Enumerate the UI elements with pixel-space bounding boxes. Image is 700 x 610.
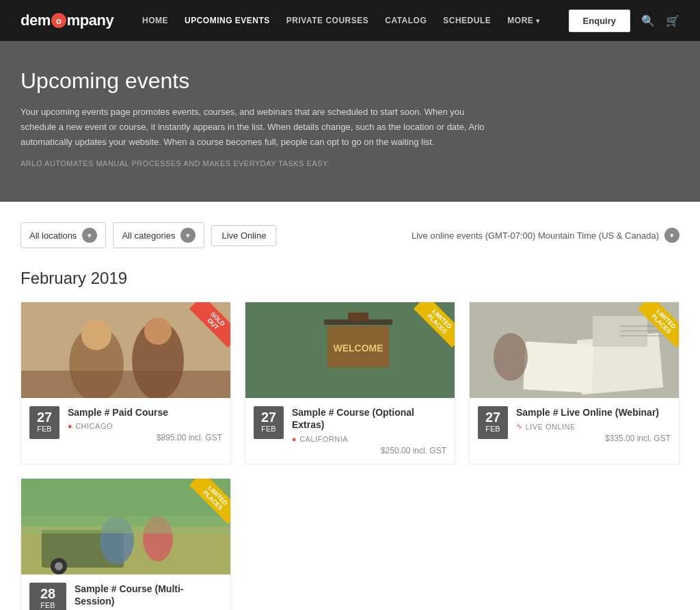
limited-badge: Limited places — [183, 479, 230, 527]
event-title: Sample # Course (Multi-Session) — [75, 583, 222, 607]
sold-out-badge: Sold Out — [183, 302, 230, 350]
event-card-optional-extras[interactable]: WELCOME Limited places 27 FEB Sample # C… — [245, 302, 455, 464]
event-price: $335.00 incl. GST — [516, 434, 671, 443]
locations-filter-label: All locations — [29, 230, 77, 241]
event-card-body: 27 FEB Sample # Paid Course ● CHICAGO $8… — [21, 398, 230, 451]
categories-filter-label: All categories — [122, 230, 175, 241]
event-day: 27 — [35, 410, 54, 424]
location-pin-icon: ● — [68, 422, 72, 430]
event-info: Sample # Course (Optional Extras) ● CALI… — [292, 406, 446, 455]
location-text: LIVE ONLINE — [526, 423, 576, 431]
nav-catalog[interactable]: CATALOG — [385, 16, 427, 25]
event-price: $895.00 incl. GST — [68, 433, 222, 442]
event-title: Sample # Live Online (Webinar) — [516, 406, 671, 419]
event-info: Sample # Live Online (Webinar) ∿ LIVE ON… — [516, 406, 671, 443]
nav-home[interactable]: HOME — [142, 16, 168, 25]
event-info: Sample # Paid Course ● CHICAGO $895.00 i… — [68, 406, 222, 442]
main-nav: HOME UPCOMING EVENTS PRIVATE COURSES CAT… — [142, 16, 540, 25]
timezone-arrow-icon: ▾ — [664, 228, 679, 243]
event-month: FEB — [259, 424, 278, 434]
event-location: ∿ LIVE ONLINE — [516, 422, 671, 431]
event-grid-row1: Sold Out 27 FEB Sample # Paid Course ● C… — [21, 302, 679, 464]
svg-rect-13 — [523, 342, 594, 393]
badge-label: Limited places — [638, 302, 679, 347]
logo-text-mpany: mpany — [67, 12, 113, 29]
site-logo[interactable]: demompany — [21, 12, 113, 29]
search-icon[interactable]: 🔍 — [641, 14, 655, 27]
nav-private-courses[interactable]: PRIVATE COURSES — [286, 16, 368, 25]
svg-rect-10 — [348, 313, 368, 321]
nav-upcoming-events[interactable]: UPCOMING EVENTS — [185, 16, 270, 25]
event-card-paid-course[interactable]: Sold Out 27 FEB Sample # Paid Course ● C… — [21, 302, 231, 464]
location-text: CALIFORNIA — [299, 435, 348, 443]
event-date: 28 FEB - 16 MAR — [29, 583, 66, 610]
locations-filter[interactable]: All locations ▾ — [21, 222, 106, 248]
hero-description: Your upcoming events page promotes event… — [21, 105, 499, 150]
live-online-filter[interactable]: Live Online — [211, 225, 276, 246]
event-month: FEB — [35, 600, 61, 610]
wifi-icon: ∿ — [516, 422, 523, 431]
badge-label: Limited places — [414, 302, 455, 347]
enquiry-button[interactable]: Enquiry — [569, 10, 630, 32]
event-title: Sample # Paid Course — [68, 406, 222, 419]
nav-more[interactable]: MORE ▾ — [507, 16, 540, 25]
filter-bar: All locations ▾ All categories ▾ Live On… — [21, 222, 679, 248]
timezone-filter[interactable]: Live online events (GMT-07:00) Mountain … — [412, 228, 679, 243]
site-header: demompany HOME UPCOMING EVENTS PRIVATE C… — [0, 0, 700, 41]
badge-label: Sold Out — [189, 302, 230, 347]
badge-label: Limited places — [189, 479, 230, 524]
event-card-live-online[interactable]: Limited places 27 FEB Sample # Live Onli… — [469, 302, 679, 464]
event-card-body: 28 FEB - 16 MAR Sample # Course (Multi-S… — [21, 574, 230, 610]
timezone-label: Live online events (GMT-07:00) Mountain … — [412, 230, 659, 241]
event-month: FEB — [35, 424, 54, 434]
limited-badge: Limited places — [631, 302, 679, 350]
categories-filter-arrow-icon: ▾ — [180, 228, 196, 243]
locations-filter-arrow-icon: ▾ — [82, 228, 97, 243]
logo-text-dem: dem — [21, 12, 51, 29]
event-date: 27 FEB — [254, 406, 284, 438]
event-date: 27 FEB — [478, 406, 508, 438]
event-card-body: 27 FEB Sample # Live Online (Webinar) ∿ … — [470, 398, 679, 451]
event-grid-row2: Limited places 28 FEB - 16 MAR Sample # … — [21, 478, 679, 610]
hero-tagline: ARLO AUTOMATES MANUAL PROCESSES AND MAKE… — [21, 159, 679, 168]
event-date: 27 FEB — [29, 406, 59, 438]
event-location: ● CALIFORNIA — [292, 435, 446, 443]
nav-more-label: MORE — [507, 16, 533, 25]
event-info: Sample # Course (Multi-Session) ● CALIFO… — [75, 583, 222, 610]
nav-more-arrow-icon: ▾ — [536, 17, 540, 25]
event-day: 27 — [259, 410, 278, 424]
svg-point-3 — [81, 320, 111, 350]
location-pin-icon: ● — [292, 435, 297, 443]
event-day: 28 — [35, 587, 61, 600]
logo-circle: o — [51, 13, 66, 28]
event-card-body: 27 FEB Sample # Course (Optional Extras)… — [245, 398, 455, 463]
event-card-multi-session[interactable]: Limited places 28 FEB - 16 MAR Sample # … — [21, 478, 231, 610]
location-text: CHICAGO — [75, 422, 113, 430]
svg-point-23 — [55, 562, 63, 570]
svg-point-18 — [494, 333, 528, 381]
event-title: Sample # Course (Optional Extras) — [292, 406, 446, 431]
main-content: All locations ▾ All categories ▾ Live On… — [0, 202, 700, 610]
limited-badge: Limited places — [407, 302, 455, 350]
hero-section: Upcoming events Your upcoming events pag… — [0, 41, 700, 202]
event-month: FEB — [483, 424, 502, 434]
header-right: Enquiry 🔍 🛒 — [569, 10, 679, 32]
categories-filter[interactable]: All categories ▾ — [113, 222, 204, 248]
svg-text:WELCOME: WELCOME — [333, 343, 383, 354]
cart-icon[interactable]: 🛒 — [666, 14, 679, 27]
live-online-filter-label: Live Online — [221, 230, 266, 241]
event-location: ● CHICAGO — [68, 422, 222, 430]
hero-title: Upcoming events — [21, 68, 679, 94]
svg-point-4 — [144, 317, 172, 345]
svg-rect-5 — [21, 371, 230, 398]
event-day: 27 — [483, 410, 502, 424]
month-february: February 2019 — [21, 269, 679, 288]
event-price: $250.00 incl. GST — [292, 446, 446, 455]
nav-schedule[interactable]: SCHEDULE — [443, 16, 491, 25]
